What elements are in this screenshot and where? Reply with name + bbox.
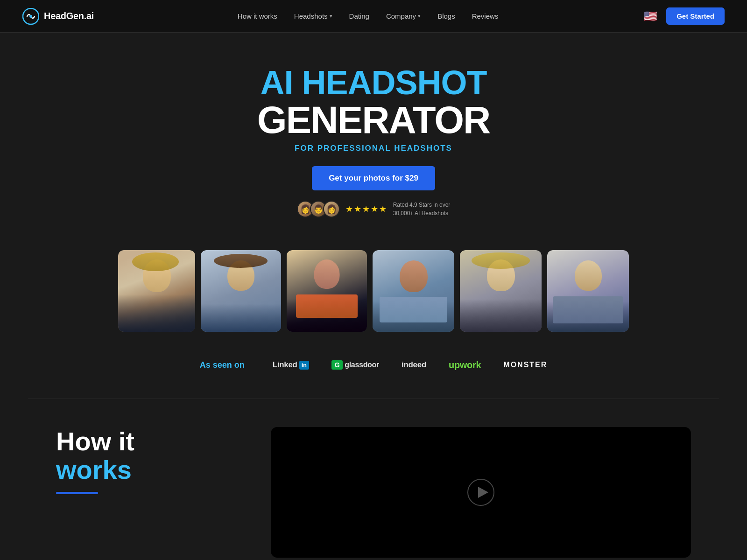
portrait-3 — [287, 250, 367, 332]
chevron-down-icon: ▾ — [330, 13, 332, 19]
play-icon — [467, 478, 495, 506]
nav-item-how-it-works[interactable]: How it works — [238, 12, 277, 20]
rating-text: Rated 4.9 Stars in over 30,000+ AI Heads… — [393, 201, 451, 217]
hero-title-blue: AI HEADSHOT — [260, 64, 486, 101]
nav-item-company[interactable]: Company ▾ — [386, 12, 421, 20]
upwork-logo: upwork — [449, 360, 481, 371]
nav-link-dating[interactable]: Dating — [349, 12, 369, 20]
portrait-1 — [118, 250, 195, 332]
how-it-works-title: How it works — [56, 427, 233, 484]
as-seen-on-section: As seen on Linked in G glassdoor indeed … — [0, 346, 747, 399]
headshot-gallery — [0, 236, 747, 346]
rating-avatar-3: 👩 — [323, 201, 340, 217]
gallery-item-6 — [547, 250, 629, 332]
logo[interactable]: HeadGen.ai — [22, 8, 94, 25]
hero-cta-button[interactable]: Get your photos for $29 — [312, 166, 435, 190]
portrait-6 — [547, 250, 629, 332]
nav-right: 🇺🇸 Get Started — [642, 7, 725, 25]
nav-link-company[interactable]: Company ▾ — [386, 12, 421, 20]
rating-row: 👩 👨 👩 ★★★★★ Rated 4.9 Stars in over 30,0… — [9, 201, 738, 217]
hero-section: AI HEADSHOT GENERATOR FOR PROFESSIONAL H… — [0, 33, 747, 236]
nav-link-headshots[interactable]: Headshots ▾ — [294, 12, 332, 20]
gallery-item-1 — [118, 250, 195, 332]
svg-point-1 — [29, 15, 32, 18]
svg-marker-3 — [478, 487, 488, 498]
gallery-item-5 — [460, 250, 542, 332]
nav-item-blogs[interactable]: Blogs — [437, 12, 455, 20]
nav-link-how-it-works[interactable]: How it works — [238, 12, 277, 20]
portrait-5 — [460, 250, 542, 332]
rating-stars: ★★★★★ — [345, 204, 388, 214]
nav-link-reviews[interactable]: Reviews — [472, 12, 499, 20]
nav-item-reviews[interactable]: Reviews — [472, 12, 499, 20]
as-seen-on-label: As seen on — [200, 360, 245, 370]
portrait-2 — [201, 250, 281, 332]
hero-title-line1: AI HEADSHOT — [9, 65, 738, 101]
logo-text: HeadGen.ai — [44, 11, 94, 21]
glassdoor-logo: G glassdoor — [331, 360, 379, 370]
nav-links: How it works Headshots ▾ Dating Company … — [238, 12, 499, 20]
how-it-works-video[interactable] — [271, 427, 691, 558]
brand-logos: Linked in G glassdoor indeed upwork MONS… — [273, 360, 548, 371]
how-it-works-section: How it works — [0, 399, 747, 560]
navbar: HeadGen.ai How it works Headshots ▾ Dati… — [0, 0, 747, 33]
nav-item-headshots[interactable]: Headshots ▾ — [294, 12, 332, 20]
logo-icon — [22, 8, 39, 25]
gallery-item-2 — [201, 250, 281, 332]
nav-get-started-button[interactable]: Get Started — [666, 7, 725, 25]
language-flag[interactable]: 🇺🇸 — [642, 8, 659, 25]
portrait-4 — [373, 250, 454, 332]
how-it-works-text: How it works — [56, 427, 233, 494]
rating-avatars: 👩 👨 👩 — [297, 201, 340, 217]
how-it-works-bar — [56, 492, 98, 494]
hero-title: AI HEADSHOT GENERATOR — [9, 65, 738, 139]
nav-item-dating[interactable]: Dating — [349, 12, 369, 20]
chevron-down-icon-2: ▾ — [418, 13, 421, 19]
indeed-logo: indeed — [402, 360, 426, 370]
monster-logo: MONSTER — [503, 361, 547, 369]
gallery-item-4 — [373, 250, 454, 332]
hero-title-line2: GENERATOR — [9, 101, 738, 139]
linkedin-logo: Linked in — [273, 360, 309, 370]
nav-link-blogs[interactable]: Blogs — [437, 12, 455, 20]
hero-subtitle: FOR PROFESSIONAL HEADSHOTS — [9, 144, 738, 153]
gallery-item-3 — [287, 250, 367, 332]
